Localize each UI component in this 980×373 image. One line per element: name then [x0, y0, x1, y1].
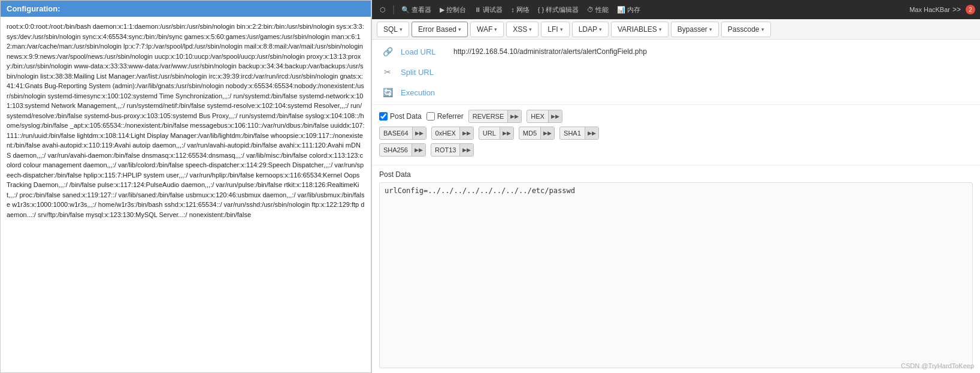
- debugger-icon: ⏸: [474, 6, 481, 13]
- toolbar-more-button[interactable]: >>: [952, 5, 961, 14]
- style-editor-icon: { }: [538, 6, 544, 13]
- split-url-label[interactable]: Split URL: [401, 68, 449, 77]
- sha1-arrow-icon: ▶▶: [585, 127, 598, 139]
- menu-variables[interactable]: VARIABLES ▾: [611, 22, 669, 37]
- notification-badge: 2: [966, 5, 975, 14]
- sha256-arrow-icon: ▶▶: [412, 144, 425, 156]
- menu-xss[interactable]: XSS ▾: [506, 22, 539, 37]
- style-editor-button[interactable]: { } 样式编辑器: [535, 4, 582, 16]
- ldap-arrow-icon: ▾: [599, 26, 602, 32]
- network-button[interactable]: ↕ 网络: [508, 4, 533, 16]
- postdata-section: Post Data: [372, 166, 980, 373]
- menu-sql[interactable]: SQL ▾: [377, 22, 409, 37]
- reverse-arrow-icon: ▶▶: [507, 110, 521, 122]
- sha1-encode-button[interactable]: SHA1 ▶▶: [559, 127, 599, 140]
- memory-button[interactable]: 📊 内存: [614, 4, 643, 16]
- rot13-arrow-icon: ▶▶: [459, 144, 473, 156]
- post-data-checkbox-item[interactable]: Post Data: [379, 112, 422, 121]
- menu-waf[interactable]: WAF ▾: [470, 22, 504, 37]
- post-data-checkbox[interactable]: [379, 112, 388, 121]
- hex-arrow-icon: ▶▶: [548, 110, 562, 122]
- error-based-arrow-icon: ▾: [458, 26, 461, 32]
- inspect-icon: 🔍: [401, 6, 410, 14]
- toolbar-sep-1: |: [392, 4, 395, 15]
- url-arrow-icon: ▶▶: [500, 127, 513, 139]
- inspect-button[interactable]: 🔍 查看器: [398, 4, 434, 16]
- md5-encode-button[interactable]: MD5 ▶▶: [519, 127, 555, 140]
- load-url-row: 🔗 Load URL: [379, 43, 973, 60]
- bypasser-arrow-icon: ▾: [709, 26, 712, 32]
- reverse-encode-button[interactable]: REVERSE ▶▶: [468, 110, 522, 123]
- config-content: root:x:0:0:root:/root:/bin/bash daemon:x…: [1, 17, 371, 371]
- xss-arrow-icon: ▾: [529, 26, 532, 32]
- load-url-label[interactable]: Load URL: [401, 47, 449, 56]
- 0xhex-arrow-icon: ▶▶: [459, 127, 473, 139]
- sql-arrow-icon: ▾: [400, 26, 403, 32]
- refresh-icon: 🔄: [379, 84, 396, 101]
- url-section: 🔗 Load URL ✂ Split URL 🔄 Execution: [372, 40, 980, 105]
- menu-bypasser[interactable]: Bypasser ▾: [671, 22, 719, 37]
- link-icon: 🔗: [379, 43, 396, 60]
- sha256-encode-button[interactable]: SHA256 ▶▶: [379, 143, 426, 157]
- url-encode-button[interactable]: URL ▶▶: [479, 127, 514, 140]
- username-label: Max HacKBar: [909, 6, 950, 13]
- lfi-arrow-icon: ▾: [560, 26, 563, 32]
- 0xhex-encode-button[interactable]: 0xHEX ▶▶: [431, 127, 474, 140]
- scissors-icon: ✂: [379, 64, 396, 80]
- menu-passcode[interactable]: Passcode ▾: [721, 22, 771, 37]
- options-row-3: SHA256 ▶▶ ROT13 ▶▶: [379, 143, 973, 157]
- watermark: CSDN @TryHardToKeep: [901, 362, 974, 369]
- referrer-checkbox-item[interactable]: Referrer: [427, 112, 464, 121]
- devtools-logo-icon[interactable]: ⬡: [377, 5, 389, 15]
- postdata-textarea[interactable]: [379, 182, 973, 368]
- rot13-encode-button[interactable]: ROT13 ▶▶: [431, 143, 474, 157]
- base64-arrow-icon: ▶▶: [412, 127, 426, 139]
- console-icon: ▶: [440, 6, 444, 14]
- postdata-section-label: Post Data: [379, 170, 973, 179]
- memory-icon: 📊: [617, 6, 625, 14]
- url-input[interactable]: [453, 47, 973, 56]
- referrer-checkbox[interactable]: [427, 112, 435, 121]
- menubar: SQL ▾ Error Based ▾ WAF ▾ XSS ▾ LFI ▾ LD…: [372, 19, 980, 40]
- config-header: Configuration:: [1, 1, 371, 17]
- options-row-2: BASE64 ▶▶ 0xHEX ▶▶ URL ▶▶ MD5 ▶▶ SHA1 ▶▶: [379, 127, 973, 140]
- execution-row: 🔄 Execution: [379, 84, 973, 101]
- console-button[interactable]: ▶ 控制台: [437, 4, 469, 16]
- debugger-button[interactable]: ⏸ 调试器: [471, 4, 506, 16]
- split-url-row: ✂ Split URL: [379, 64, 973, 80]
- options-row-1: Post Data Referrer REVERSE ▶▶ HEX ▶▶: [379, 110, 973, 123]
- menu-ldap[interactable]: LDAP ▾: [572, 22, 609, 37]
- hex-encode-button[interactable]: HEX ▶▶: [527, 110, 562, 123]
- passcode-arrow-icon: ▾: [761, 26, 764, 32]
- options-section: Post Data Referrer REVERSE ▶▶ HEX ▶▶ BAS…: [372, 105, 980, 166]
- md5-arrow-icon: ▶▶: [540, 127, 554, 139]
- menu-lfi[interactable]: LFI ▾: [541, 22, 569, 37]
- execution-label[interactable]: Execution: [401, 88, 435, 97]
- toolbar: ⬡ | 🔍 查看器 ▶ 控制台 ⏸ 调试器 ↕ 网络 { } 样式编辑器 ⏱ 性…: [372, 0, 980, 19]
- performance-button[interactable]: ⏱ 性能: [584, 4, 612, 16]
- base64-encode-button[interactable]: BASE64 ▶▶: [379, 127, 427, 140]
- variables-arrow-icon: ▾: [659, 26, 662, 32]
- performance-icon: ⏱: [587, 6, 594, 13]
- left-panel: Configuration: root:x:0:0:root:/root:/bi…: [0, 0, 371, 373]
- right-panel: ⬡ | 🔍 查看器 ▶ 控制台 ⏸ 调试器 ↕ 网络 { } 样式编辑器 ⏱ 性…: [371, 0, 980, 373]
- network-icon: ↕: [511, 6, 515, 13]
- waf-arrow-icon: ▾: [494, 26, 497, 32]
- menu-error-based[interactable]: Error Based ▾: [412, 22, 468, 37]
